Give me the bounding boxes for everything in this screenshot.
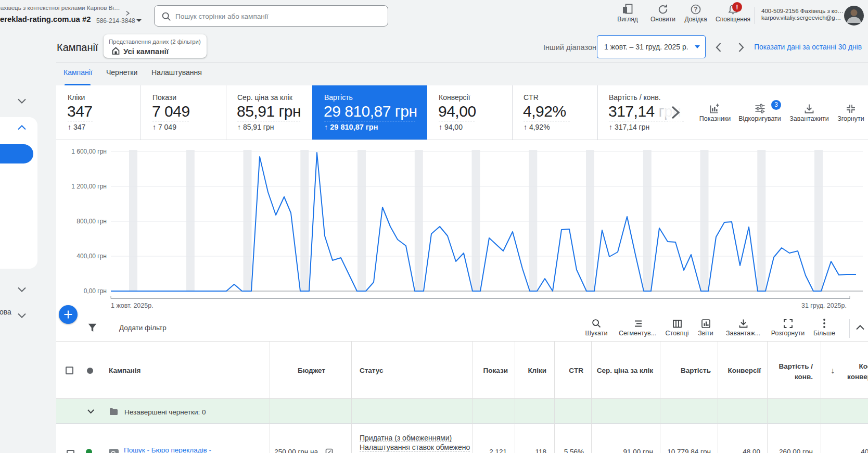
svg-text:?: ? xyxy=(694,6,697,13)
